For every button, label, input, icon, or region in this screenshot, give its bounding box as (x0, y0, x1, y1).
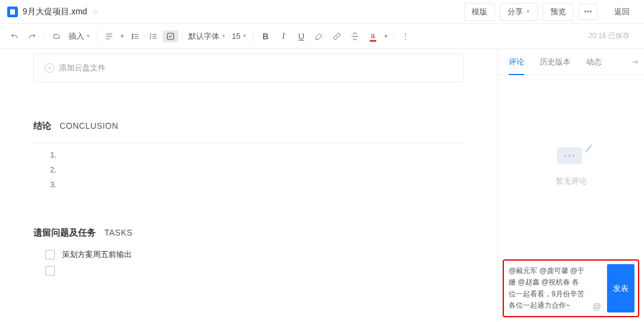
add-cloud-file-label: 添加云盘文件 (59, 63, 106, 73)
link-icon[interactable] (329, 28, 345, 45)
italic-icon[interactable]: I (275, 28, 292, 45)
empty-illustration-icon (553, 144, 589, 169)
conclusion-list[interactable]: 1. 2. 3. (33, 150, 464, 189)
toolbar: 插入▼ ▼ 默认字体▼ 15▼ B I U a ▼ ⋮ 20:16 已保存 (0, 24, 644, 49)
preview-button[interactable]: 预览 (543, 3, 574, 21)
undo-icon[interactable] (6, 28, 23, 45)
task-label[interactable]: 策划方案周五前输出 (62, 249, 132, 260)
list-item[interactable]: 2. (50, 165, 464, 174)
list-item[interactable]: 1. (50, 150, 464, 159)
svg-rect-4 (168, 33, 174, 39)
svg-rect-0 (10, 9, 15, 14)
tab-activity[interactable]: 动态 (581, 49, 606, 75)
insert-dropdown[interactable]: 插入▼ (66, 31, 93, 42)
conclusion-heading: 结论 CONCLUSION (33, 120, 464, 132)
highlight-icon[interactable] (311, 28, 327, 45)
empty-comments-state: 暂无评论 (498, 75, 644, 255)
comment-input[interactable]: @戴元军 @龚可馨 @于姗 @赵鑫 @祝杭春 各位一起看看，9月份辛苦各位一起通… (507, 264, 587, 312)
svg-point-2 (132, 36, 133, 37)
svg-point-3 (132, 38, 133, 39)
task-checkbox[interactable] (45, 266, 55, 275)
tab-comments[interactable]: 评论 (504, 49, 529, 75)
file-type-icon (7, 7, 18, 17)
toolbar-more-icon[interactable]: ⋮ (397, 28, 414, 45)
plus-circle-icon: + (45, 63, 54, 73)
sidebar-tabs: 评论 历史版本 动态 ⇥ (498, 49, 644, 75)
file-title[interactable]: 9月大促项目.xmd (23, 7, 87, 17)
numbered-list-icon[interactable] (145, 28, 162, 45)
return-link[interactable]: 返回 (607, 4, 637, 20)
comment-composer[interactable]: @戴元军 @龚可馨 @于姗 @赵鑫 @祝杭春 各位一起看看，9月份辛苦各位一起通… (503, 259, 639, 317)
save-status: 20:16 已保存 (589, 31, 630, 41)
divider (33, 143, 464, 143)
editor-canvas[interactable]: + 添加云盘文件 结论 CONCLUSION 1. 2. 3. 遗留问题及任务 … (0, 49, 497, 322)
underline-icon[interactable]: U (293, 28, 309, 45)
align-icon[interactable] (101, 28, 117, 45)
task-row[interactable]: 策划方案周五前输出 (45, 249, 464, 260)
checklist-icon[interactable] (163, 30, 178, 42)
titlebar: 9月大促项目.xmd ☆ 模版 分享▼ 预览 ••• 返回 (0, 0, 644, 24)
submit-comment-button[interactable]: 发表 (607, 264, 634, 312)
right-sidebar: 评论 历史版本 动态 ⇥ 暂无评论 @戴元军 @龚可馨 @于姗 @赵鑫 @祝杭春… (497, 49, 644, 322)
more-button[interactable]: ••• (578, 4, 597, 20)
bullet-list-icon[interactable] (127, 28, 144, 45)
mention-button[interactable]: @ (590, 301, 603, 312)
svg-point-1 (132, 33, 133, 35)
font-size-dropdown[interactable]: 15▼ (230, 32, 249, 41)
strikethrough-icon[interactable] (346, 28, 363, 45)
bold-icon[interactable]: B (257, 28, 274, 45)
task-list[interactable]: 策划方案周五前输出 (33, 249, 464, 275)
task-row[interactable] (45, 266, 464, 275)
add-cloud-file-block[interactable]: + 添加云盘文件 (33, 54, 464, 82)
task-checkbox[interactable] (45, 250, 55, 259)
expand-sidebar-icon[interactable]: ⇥ (631, 57, 638, 66)
share-button[interactable]: 分享▼ (500, 3, 538, 21)
star-icon[interactable]: ☆ (92, 7, 99, 16)
font-color-icon[interactable]: a (364, 28, 381, 45)
tasks-heading: 遗留问题及任务 TASKS (33, 227, 464, 239)
align-chevron-icon[interactable]: ▼ (119, 28, 126, 45)
redo-icon[interactable] (24, 28, 41, 45)
font-family-dropdown[interactable]: 默认字体▼ (186, 31, 228, 42)
format-painter-icon[interactable] (48, 28, 65, 45)
template-button[interactable]: 模版 (464, 3, 495, 21)
font-color-chevron-icon[interactable]: ▼ (382, 28, 389, 45)
list-item[interactable]: 3. (50, 180, 464, 189)
tab-history[interactable]: 历史版本 (535, 49, 575, 75)
empty-text: 暂无评论 (556, 176, 587, 187)
